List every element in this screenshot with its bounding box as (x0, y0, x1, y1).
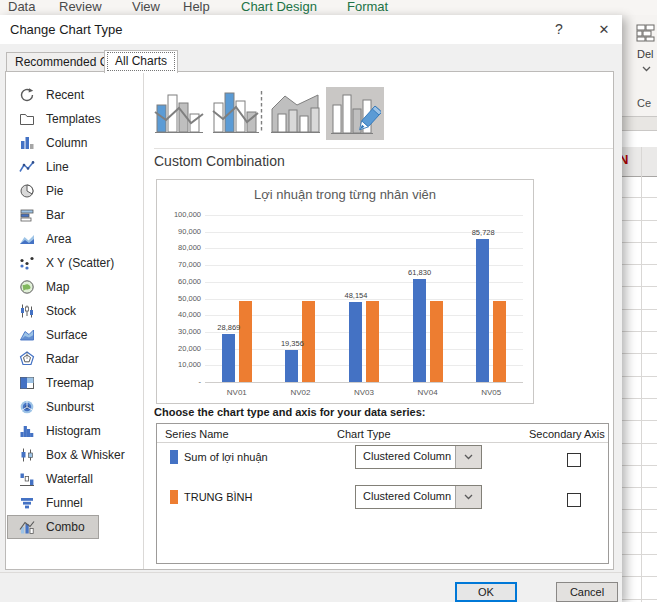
sidebar-item-label: Map (46, 280, 69, 294)
cells-group-label: Ce (637, 97, 651, 109)
x-category-label: NV05 (466, 388, 516, 397)
sidebar-item-waterfall[interactable]: Waterfall (7, 467, 141, 491)
sidebar-item-column[interactable]: Column (7, 131, 141, 155)
series-name: TRUNG BÌNH (184, 489, 252, 505)
secondary-axis-checkbox[interactable] (567, 453, 581, 467)
chart-type-dropdown[interactable]: Clustered Column (355, 445, 482, 469)
data-label: 61,830 (395, 268, 445, 277)
combo-variant-stacked-area-clustered-column[interactable] (270, 89, 324, 138)
sidebar-item-pie[interactable]: Pie (7, 179, 141, 203)
ok-button[interactable]: OK (455, 582, 517, 602)
sidebar-item-label: Stock (46, 304, 76, 318)
sidebar-item-combo[interactable]: Combo (7, 515, 99, 539)
spreadsheet-column-gridline (641, 147, 642, 602)
sidebar-item-label: Templates (46, 112, 101, 126)
sidebar-item-xy-scatter[interactable]: X Y (Scatter) (7, 251, 141, 275)
ribbon-tab-review[interactable]: Review (59, 0, 102, 14)
y-tick-label: - (157, 377, 201, 386)
screen: Data Review View Help Chart Design Forma… (0, 0, 657, 602)
delete-button-label[interactable]: Del (637, 48, 654, 60)
sidebar-item-sunburst[interactable]: Sunburst (7, 395, 141, 419)
sidebar-item-histogram[interactable]: Histogram (7, 419, 141, 443)
sidebar-item-label: Histogram (46, 424, 101, 438)
sidebar-item-label: Column (46, 136, 87, 150)
data-bar-series1 (476, 239, 489, 382)
templates-icon (19, 111, 35, 127)
ribbon-tab-view[interactable]: View (132, 0, 160, 14)
combo-section-title: Custom Combination (154, 153, 285, 169)
dialog-help-button[interactable]: ? (546, 18, 572, 41)
data-label: 48,154 (331, 291, 381, 300)
spreadsheet-gridlines (622, 176, 657, 602)
y-tick-label: 80,000 (157, 243, 201, 252)
data-label: 19,356 (267, 339, 317, 348)
sidebar-item-surface[interactable]: Surface (7, 323, 141, 347)
stacked-area-clustered-column-icon (270, 89, 322, 137)
ribbon-tab-help[interactable]: Help (183, 0, 210, 14)
chart-type-list: Recent Templates Column Line Pie (7, 83, 141, 539)
recent-icon (19, 87, 35, 103)
sidebar-item-label: Bar (46, 208, 65, 222)
ribbon-tab-chart-design[interactable]: Chart Design (241, 0, 317, 14)
data-bar-series2 (430, 301, 443, 382)
tab-all-charts[interactable]: All Charts (104, 50, 178, 73)
sidebar-item-label: Radar (46, 352, 79, 366)
sidebar-item-treemap[interactable]: Treemap (7, 371, 141, 395)
combo-variant-clustered-column-line-secondary-axis[interactable] (212, 89, 266, 138)
sidebar-item-label: X Y (Scatter) (46, 256, 114, 270)
sidebar-item-box-whisker[interactable]: Box & Whisker (7, 443, 141, 467)
dropdown-button[interactable] (455, 446, 481, 468)
custom-combination-icon (329, 90, 381, 138)
delete-dropdown-chevron-icon[interactable] (642, 66, 651, 72)
dialog-title: Change Chart Type (10, 22, 123, 37)
bar-icon (19, 207, 35, 223)
pie-icon (19, 183, 35, 199)
area-icon (19, 231, 35, 247)
surface-icon (19, 327, 35, 343)
delete-cells-icon[interactable] (636, 22, 656, 42)
y-tick-label: 40,000 (157, 310, 201, 319)
sidebar-item-templates[interactable]: Templates (7, 107, 141, 131)
sidebar-item-label: Pie (46, 184, 63, 198)
funnel-icon (19, 495, 35, 511)
ribbon-tab-data[interactable]: Data (8, 0, 35, 14)
column-header-series-name: Series Name (165, 428, 229, 440)
sidebar-item-area[interactable]: Area (7, 227, 141, 251)
stock-icon (19, 303, 35, 319)
sidebar-item-map[interactable]: Map (7, 275, 141, 299)
dialog-titlebar[interactable]: Change Chart Type ? ✕ (0, 15, 622, 44)
secondary-axis-checkbox[interactable] (567, 493, 581, 507)
sidebar-item-radar[interactable]: Radar (7, 347, 141, 371)
dropdown-button[interactable] (455, 486, 481, 508)
combo-variant-clustered-column-line[interactable] (154, 89, 208, 138)
chart-preview: Lợi nhuận trong từng nhân viên 100,00090… (156, 179, 534, 404)
sidebar-item-bar[interactable]: Bar (7, 203, 141, 227)
sidebar-item-funnel[interactable]: Funnel (7, 491, 141, 515)
sidebar-item-recent[interactable]: Recent (7, 83, 141, 107)
chart-title: Lợi nhuận trong từng nhân viên (157, 187, 533, 202)
ribbon-tab-format[interactable]: Format (347, 0, 388, 14)
sidebar-item-label: Line (46, 160, 69, 174)
chevron-down-icon (464, 454, 473, 460)
treemap-icon (19, 375, 35, 391)
y-tick-label: 90,000 (157, 227, 201, 236)
x-category-label: NV03 (339, 388, 389, 397)
dialog-close-button[interactable]: ✕ (591, 18, 617, 41)
chart-type-dropdown[interactable]: Clustered Column (355, 485, 482, 509)
sidebar-item-label: Treemap (46, 376, 94, 390)
sidebar-item-line[interactable]: Line (7, 155, 141, 179)
header-underline (157, 442, 608, 443)
combo-variant-custom-combination[interactable] (326, 87, 384, 140)
data-bar-series2 (239, 301, 252, 382)
sidebar-item-stock[interactable]: Stock (7, 299, 141, 323)
map-icon (19, 279, 35, 295)
y-tick-label: 100,000 (157, 210, 201, 219)
series-table: Series Name Chart Type Secondary Axis Su… (156, 423, 609, 564)
y-tick-label: 10,000 (157, 360, 201, 369)
tab-all-charts-label: All Charts (107, 52, 175, 71)
sidebar-item-label: Recent (46, 88, 84, 102)
cancel-button[interactable]: Cancel (556, 582, 618, 602)
change-chart-type-dialog: Change Chart Type ? ✕ Recommended Charts… (0, 15, 622, 602)
x-category-label: NV01 (212, 388, 262, 397)
radar-icon (19, 351, 35, 367)
